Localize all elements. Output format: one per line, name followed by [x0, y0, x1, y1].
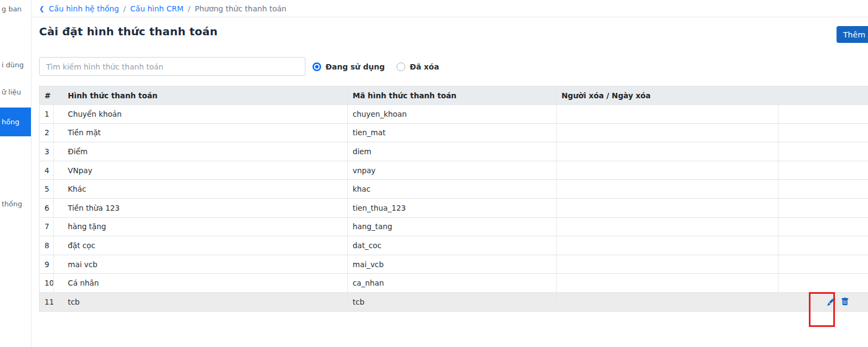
col-header-index: # — [40, 86, 54, 105]
table-row[interactable]: 8đặt cọcdat_coc — [40, 236, 868, 255]
row-actions-cell — [778, 274, 868, 293]
table-row[interactable]: 2Tiền mặttien_mat — [40, 123, 868, 142]
payment-method-code: diem — [348, 142, 557, 161]
table-row[interactable]: 4VNpayvnpay — [40, 161, 868, 180]
payment-method-name: Điểm — [54, 142, 348, 161]
payment-method-name: mai vcb — [54, 255, 348, 274]
table-row[interactable]: 11tcbtcb — [40, 292, 868, 311]
payment-method-code: tien_mat — [348, 123, 557, 142]
payment-method-code: tcb — [348, 292, 557, 311]
row-actions-cell — [778, 142, 868, 161]
row-index: 8 — [40, 236, 54, 255]
deleted-info — [557, 180, 778, 199]
back-chevron-icon[interactable]: ❮ — [39, 5, 44, 12]
add-button[interactable]: Thêm — [837, 26, 868, 43]
sidebar-item-cau-hinh-he-thong-active[interactable]: hống — [0, 108, 31, 136]
table-body: 1Chuyển khoảnchuyen_khoan2Tiền mặttien_m… — [40, 105, 868, 312]
col-header-actions — [778, 86, 868, 105]
payment-method-name: đặt cọc — [54, 236, 348, 255]
payment-method-code: khac — [348, 180, 557, 199]
payment-method-name: hàng tặng — [54, 217, 348, 236]
deleted-info — [557, 123, 778, 142]
payment-method-code: chuyen_khoan — [348, 105, 557, 124]
row-actions-cell — [778, 292, 868, 311]
table-row[interactable]: 7hàng tặnghang_tang — [40, 217, 868, 236]
table-row[interactable]: 3Điểmdiem — [40, 142, 868, 161]
deleted-info — [557, 255, 778, 274]
row-actions-cell — [778, 105, 868, 124]
radio-checked-icon[interactable] — [312, 62, 321, 71]
row-index: 7 — [40, 217, 54, 236]
breadcrumb-separator: / — [123, 4, 126, 13]
search-input[interactable] — [39, 57, 305, 76]
row-actions-cell — [778, 255, 868, 274]
row-actions-cell — [778, 217, 868, 236]
payment-method-name: tcb — [54, 292, 348, 311]
sidebar-active-label: hống — [0, 118, 20, 126]
deleted-info — [557, 274, 778, 293]
breadcrumb-link-cau-hinh-he-thong[interactable]: Cấu hình hệ thống — [49, 4, 119, 13]
payment-method-code: hang_tang — [348, 217, 557, 236]
row-index: 2 — [40, 123, 54, 142]
sidebar-item-he-thong[interactable]: thống — [2, 200, 22, 208]
radio-dang-su-dung[interactable]: Đang sử dụng — [312, 62, 385, 71]
row-index: 4 — [40, 161, 54, 180]
radio-unchecked-icon[interactable] — [397, 62, 405, 71]
payment-method-name: Chuyển khoản — [54, 105, 348, 124]
edit-pencil-icon[interactable] — [827, 298, 835, 306]
deleted-info — [557, 198, 778, 217]
payment-method-code: tien_thua_123 — [348, 198, 557, 217]
row-index: 5 — [40, 180, 54, 199]
row-index: 9 — [40, 255, 54, 274]
col-header-code: Mã hình thức thanh toán — [348, 86, 557, 105]
breadcrumb: ❮ Cấu hình hệ thống / Cấu hình CRM / Phư… — [39, 0, 286, 17]
row-actions-cell — [778, 236, 868, 255]
breadcrumb-link-cau-hinh-crm[interactable]: Cấu hình CRM — [130, 4, 183, 13]
deleted-info — [557, 105, 778, 124]
payment-method-name: VNpay — [54, 161, 348, 180]
sidebar: g ban i dùng ữ liệu hống thống — [0, 0, 31, 347]
payment-method-name: Cá nhân — [54, 274, 348, 293]
row-actions-cell — [778, 123, 868, 142]
row-index: 3 — [40, 142, 54, 161]
breadcrumb-separator: / — [188, 4, 190, 13]
deleted-info — [557, 236, 778, 255]
row-index: 10 — [40, 274, 54, 293]
row-actions-cell — [778, 198, 868, 217]
radio-label: Đã xóa — [410, 62, 439, 71]
delete-trash-icon[interactable] — [841, 298, 849, 306]
payment-method-name: Tiền thừa 123 — [54, 198, 348, 217]
row-actions — [778, 298, 868, 306]
payment-method-name: Tiền mặt — [54, 123, 348, 142]
page-title: Cài đặt hình thức thanh toán — [39, 25, 218, 38]
payment-method-name: Khác — [54, 180, 348, 199]
payment-method-code: ca_nhan — [348, 274, 557, 293]
radio-da-xoa[interactable]: Đã xóa — [397, 62, 439, 71]
col-header-deleted: Người xóa / Ngày xóa — [557, 86, 778, 105]
sidebar-item-du-lieu[interactable]: ữ liệu — [2, 88, 21, 96]
row-index: 1 — [40, 105, 54, 124]
payment-methods-table: # Hình thức thanh toán Mã hình thức than… — [39, 86, 868, 312]
deleted-info — [557, 217, 778, 236]
table-row[interactable]: 5Kháckhac — [40, 180, 868, 199]
top-bar: ❮ Cấu hình hệ thống / Cấu hình CRM / Phư… — [31, 0, 868, 17]
table-row[interactable]: 9mai vcbmai_vcb — [40, 255, 868, 274]
table-row[interactable]: 6Tiền thừa 123tien_thua_123 — [40, 198, 868, 217]
table-row[interactable]: 10Cá nhânca_nhan — [40, 274, 868, 293]
payment-method-code: mai_vcb — [348, 255, 557, 274]
sidebar-item-phong-ban[interactable]: g ban — [2, 5, 22, 13]
row-index: 6 — [40, 198, 54, 217]
status-radio-group: Đang sử dụng Đã xóa — [312, 57, 451, 76]
col-header-name: Hình thức thanh toán — [54, 86, 348, 105]
radio-label: Đang sử dụng — [326, 62, 385, 71]
breadcrumb-current: Phương thức thanh toán — [195, 4, 286, 13]
payment-method-code: vnpay — [348, 161, 557, 180]
table-header-row: # Hình thức thanh toán Mã hình thức than… — [40, 86, 868, 105]
row-actions-cell — [778, 161, 868, 180]
sidebar-item-nguoi-dung[interactable]: i dùng — [2, 61, 24, 69]
table-row[interactable]: 1Chuyển khoảnchuyen_khoan — [40, 105, 868, 124]
deleted-info — [557, 161, 778, 180]
deleted-info — [557, 142, 778, 161]
deleted-info — [557, 292, 778, 311]
row-index: 11 — [40, 292, 54, 311]
